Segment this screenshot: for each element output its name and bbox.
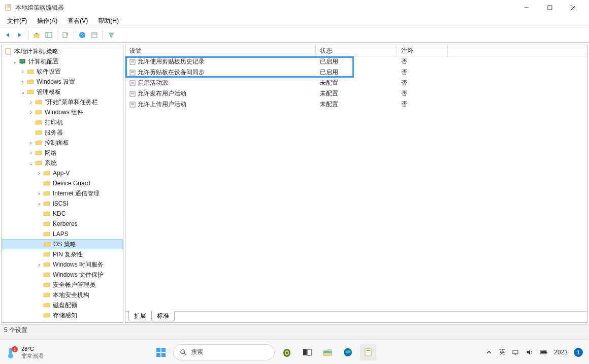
tree-server[interactable]: 服务器 bbox=[2, 127, 123, 138]
tree-storage-sense[interactable]: 存储感知 bbox=[2, 310, 123, 320]
minimize-button[interactable] bbox=[515, 0, 538, 15]
list-row[interactable]: 启用活动源 未配置 否 bbox=[125, 78, 587, 88]
chevron-down-icon[interactable]: ⌄ bbox=[11, 59, 18, 64]
setting-state: 未配置 bbox=[316, 89, 397, 98]
tree-os-policy[interactable]: OS 策略 bbox=[2, 239, 123, 249]
list-row[interactable]: 允许上传用户活动 未配置 否 bbox=[125, 99, 587, 110]
tree-laps[interactable]: LAPS bbox=[2, 229, 123, 239]
column-setting[interactable]: 设置 bbox=[125, 45, 316, 56]
forward-button[interactable] bbox=[14, 29, 25, 41]
chevron-right-icon[interactable]: › bbox=[19, 69, 26, 75]
content-area: 本地计算机 策略 ⌄计算机配置 ›软件设置 ›Windows 设置 ⌄管理模板 … bbox=[0, 43, 589, 324]
weather-widget[interactable]: 28°C 非常潮湿 bbox=[21, 345, 44, 359]
taskbar-taskview[interactable] bbox=[299, 344, 315, 360]
column-state[interactable]: 状态 bbox=[316, 45, 397, 56]
chevron-right-icon[interactable]: › bbox=[36, 191, 43, 196]
tree-sam[interactable]: 安全帐户管理员 bbox=[2, 280, 123, 290]
menu-file[interactable]: 文件(F) bbox=[2, 16, 32, 26]
folder-icon bbox=[43, 301, 51, 309]
tree-iscsi[interactable]: ›iSCSI bbox=[2, 198, 123, 209]
up-button[interactable] bbox=[31, 29, 42, 41]
tab-standard[interactable]: 标准 bbox=[151, 311, 175, 321]
svg-rect-2 bbox=[7, 7, 10, 7]
network-icon[interactable] bbox=[511, 348, 519, 356]
tree-kerberos[interactable]: Kerberos bbox=[2, 219, 123, 229]
chevron-right-icon[interactable]: › bbox=[36, 201, 43, 207]
volume-icon[interactable] bbox=[526, 348, 534, 356]
column-comment[interactable]: 注释 bbox=[397, 45, 448, 56]
tree-printer[interactable]: 打印机 bbox=[2, 117, 123, 127]
svg-rect-47 bbox=[303, 349, 307, 355]
svg-rect-38 bbox=[156, 348, 160, 352]
show-hide-tree-button[interactable] bbox=[43, 29, 54, 41]
chevron-right-icon[interactable]: › bbox=[27, 140, 35, 146]
setting-comment: 否 bbox=[397, 68, 448, 77]
tree-admin-templates[interactable]: ⌄管理模板 bbox=[2, 87, 123, 97]
menu-help[interactable]: 帮助(H) bbox=[93, 16, 124, 26]
tree-root[interactable]: 本地计算机 策略 bbox=[2, 46, 123, 56]
list-row[interactable]: 允许剪贴板在设备间同步 已启用 否 bbox=[125, 67, 587, 78]
window-title: 本地组策略编辑器 bbox=[15, 4, 515, 12]
search-icon bbox=[180, 349, 187, 356]
list-row[interactable]: 允许发布用户活动 未配置 否 bbox=[125, 88, 587, 99]
chevron-right-icon[interactable]: › bbox=[36, 171, 43, 176]
menu-view[interactable]: 查看(V) bbox=[62, 16, 93, 26]
tree-system[interactable]: ⌄系统 bbox=[2, 158, 123, 168]
taskbar-search[interactable]: 搜索 bbox=[173, 344, 275, 360]
tree-lsa[interactable]: 本地安全机构 bbox=[2, 290, 123, 300]
taskbar-gpedit[interactable] bbox=[360, 344, 376, 360]
clock[interactable]: 2023 bbox=[554, 349, 568, 356]
tree-start-taskbar[interactable]: ›"开始"菜单和任务栏 bbox=[2, 97, 123, 107]
chevron-right-icon[interactable]: › bbox=[27, 150, 35, 156]
list-row[interactable]: 允许使用剪贴板历史记录 已启用 否 bbox=[125, 56, 587, 67]
tray-chevron-icon[interactable] bbox=[485, 348, 493, 356]
tree-software[interactable]: ›软件设置 bbox=[2, 67, 123, 77]
tree-windows-components[interactable]: ›Windows 组件 bbox=[2, 107, 123, 117]
start-button[interactable] bbox=[153, 344, 169, 360]
tree-windows-settings[interactable]: ›Windows 设置 bbox=[2, 77, 123, 87]
ime-indicator[interactable]: 英 bbox=[499, 348, 505, 356]
tree-device-guard[interactable]: Device Guard bbox=[2, 178, 123, 188]
tree-internet-comm[interactable]: ›Internet 通信管理 bbox=[2, 188, 123, 198]
status-bar: 5 个设置 bbox=[0, 324, 589, 336]
back-button[interactable] bbox=[2, 29, 13, 41]
chevron-right-icon[interactable]: › bbox=[36, 262, 43, 268]
filter-button[interactable] bbox=[106, 29, 117, 41]
tree-control-panel[interactable]: ›控制面板 bbox=[2, 138, 123, 148]
folder-icon bbox=[35, 159, 43, 167]
svg-text:?: ? bbox=[81, 32, 83, 38]
tree-kdc[interactable]: KDC bbox=[2, 209, 123, 219]
chevron-right-icon[interactable]: › bbox=[19, 79, 26, 85]
folder-icon bbox=[43, 210, 51, 218]
tree-appv[interactable]: ›App-V bbox=[2, 168, 123, 178]
taskbar-explorer[interactable] bbox=[319, 344, 336, 360]
menu-action[interactable]: 操作(A) bbox=[32, 16, 62, 26]
chevron-down-icon[interactable]: ⌄ bbox=[27, 160, 35, 166]
tab-extended[interactable]: 扩展 bbox=[128, 311, 152, 321]
tree-pin[interactable]: PIN 复杂性 bbox=[2, 249, 123, 259]
tree-pane[interactable]: 本地计算机 策略 ⌄计算机配置 ›软件设置 ›Windows 设置 ⌄管理模板 … bbox=[2, 45, 123, 323]
tree-network[interactable]: ›网络 bbox=[2, 148, 123, 158]
battery-icon[interactable] bbox=[540, 348, 548, 356]
list-body[interactable]: 允许使用剪贴板历史记录 已启用 否 允许剪贴板在设备间同步 已启用 否 启用活动… bbox=[125, 56, 587, 311]
taskbar-app-avocado[interactable] bbox=[279, 344, 295, 360]
properties-button[interactable] bbox=[89, 29, 100, 41]
chevron-right-icon[interactable]: › bbox=[27, 100, 35, 105]
maximize-button[interactable] bbox=[538, 0, 562, 15]
close-button[interactable] bbox=[562, 0, 585, 15]
taskbar-edge[interactable] bbox=[340, 344, 356, 360]
taskbar-left[interactable]: 1 28°C 非常潮湿 bbox=[0, 345, 44, 359]
folder-icon bbox=[43, 250, 51, 258]
export-button[interactable] bbox=[60, 29, 71, 41]
chevron-right-icon[interactable]: › bbox=[27, 110, 35, 115]
tree-windows-fileprotect[interactable]: Windows 文件保护 bbox=[2, 270, 123, 280]
folder-open-icon bbox=[43, 240, 51, 248]
tree-computer-config[interactable]: ⌄计算机配置 bbox=[2, 56, 123, 67]
tree-disk-quota[interactable]: 磁盘配额 bbox=[2, 300, 123, 310]
chevron-down-icon[interactable]: ⌄ bbox=[19, 89, 26, 95]
folder-icon bbox=[35, 149, 43, 157]
tree-windows-time[interactable]: ›Windows 时间服务 bbox=[2, 259, 123, 270]
help-button[interactable]: ? bbox=[77, 29, 88, 41]
setting-state: 未配置 bbox=[316, 100, 397, 109]
notification-badge[interactable]: 1 bbox=[574, 348, 583, 357]
